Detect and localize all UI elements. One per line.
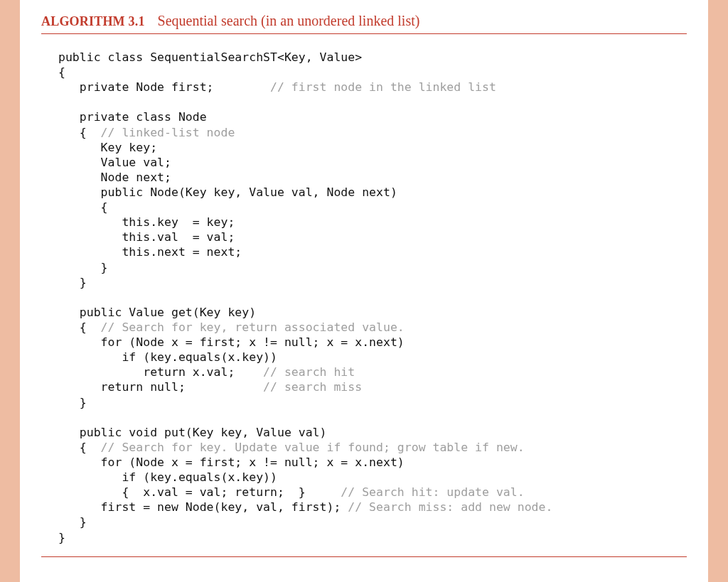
- code-line: Value val;: [58, 156, 171, 169]
- code-comment: // first node in the linked list: [270, 80, 496, 94]
- content-card: ALGORITHM 3.1 Sequential search (in an u…: [20, 0, 708, 582]
- code-line: }: [58, 276, 87, 289]
- code-comment: // linked-list node: [101, 126, 235, 139]
- code-line: public class SequentialSearchST<Key, Val…: [58, 50, 362, 64]
- code-line: }: [58, 515, 87, 529]
- code-comment: // Search for key. Update value if found…: [101, 441, 525, 454]
- algorithm-label: ALGORITHM 3.1: [41, 14, 145, 28]
- code-line: { x.val = val; return; }: [58, 485, 341, 499]
- code-line: {: [58, 65, 65, 79]
- code-line: first = new Node(key, val, first);: [58, 500, 348, 514]
- algorithm-header: ALGORITHM 3.1 Sequential search (in an u…: [41, 13, 687, 34]
- code-line: Node next;: [58, 171, 171, 184]
- code-line: for (Node x = first; x != null; x = x.ne…: [58, 456, 405, 469]
- code-comment: // Search for key, return associated val…: [101, 320, 405, 334]
- code-line: {: [58, 126, 101, 139]
- code-line: this.next = next;: [58, 245, 242, 259]
- code-comment: // Search hit: update val.: [341, 485, 524, 499]
- code-line: public Node(Key key, Value val, Node nex…: [58, 185, 397, 199]
- code-listing: public class SequentialSearchST<Key, Val…: [41, 44, 687, 557]
- code-line: {: [58, 320, 101, 334]
- code-line: for (Node x = first; x != null; x = x.ne…: [58, 335, 405, 349]
- algorithm-title: Sequential search (in an unordered linke…: [158, 13, 420, 28]
- code-line: return x.val;: [58, 365, 263, 379]
- code-line: if (key.equals(x.key)): [58, 350, 277, 364]
- code-comment: // search hit: [263, 365, 355, 379]
- code-line: private Node first;: [58, 80, 270, 94]
- code-line: private class Node: [58, 110, 207, 124]
- code-line: Key key;: [58, 141, 157, 154]
- code-line: return null;: [58, 380, 263, 394]
- code-line: {: [58, 441, 101, 454]
- code-line: this.val = val;: [58, 230, 235, 244]
- code-line: public Value get(Key key): [58, 306, 256, 319]
- code-block: public class SequentialSearchST<Key, Val…: [58, 50, 687, 545]
- code-line: }: [58, 531, 65, 544]
- code-comment: // Search miss: add new node.: [348, 500, 552, 514]
- code-comment: // search miss: [263, 380, 362, 394]
- page-frame: ALGORITHM 3.1 Sequential search (in an u…: [0, 0, 728, 582]
- code-line: }: [58, 396, 87, 409]
- code-line: public void put(Key key, Value val): [58, 426, 327, 439]
- code-line: if (key.equals(x.key)): [58, 470, 277, 484]
- code-line: }: [58, 261, 108, 274]
- code-line: this.key = key;: [58, 215, 235, 229]
- code-line: {: [58, 200, 108, 214]
